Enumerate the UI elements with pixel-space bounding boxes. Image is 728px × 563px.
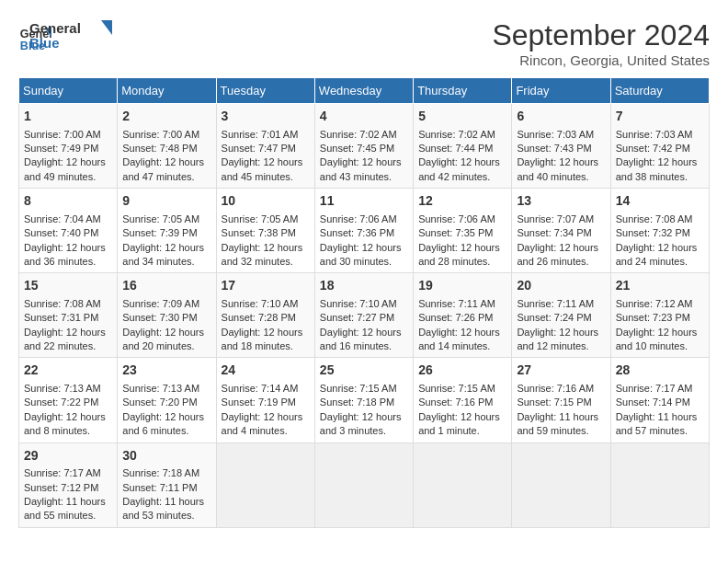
sunset-text: Sunset: 7:16 PM [418, 396, 493, 408]
sunrise-text: Sunrise: 7:08 AM [24, 298, 101, 309]
daylight-text-2: and 28 minutes. [418, 256, 490, 267]
sunset-text: Sunset: 7:27 PM [320, 312, 394, 323]
day-number: 2 [122, 108, 210, 126]
daylight-text: Daylight: 12 hours [24, 242, 106, 253]
daylight-text: Daylight: 12 hours [24, 327, 106, 338]
sunset-text: Sunset: 7:14 PM [616, 396, 690, 408]
sunrise-text: Sunrise: 7:18 AM [122, 467, 199, 478]
sunset-text: Sunset: 7:11 PM [122, 482, 197, 493]
header-monday: Monday [118, 78, 216, 104]
calendar-cell: 22Sunrise: 7:13 AMSunset: 7:22 PMDayligh… [19, 358, 118, 442]
calendar-cell: 8Sunrise: 7:04 AMSunset: 7:40 PMDaylight… [19, 189, 118, 273]
calendar-cell: 1Sunrise: 7:00 AMSunset: 7:49 PMDaylight… [19, 104, 118, 189]
page-header: General Blue General Blue September 2024… [18, 18, 710, 68]
day-number: 10 [222, 192, 310, 211]
daylight-text: Daylight: 12 hours [418, 327, 500, 338]
daylight-text-2: and 36 minutes. [24, 256, 96, 267]
sunset-text: Sunset: 7:35 PM [418, 227, 493, 238]
sunset-text: Sunset: 7:48 PM [122, 143, 197, 154]
sunset-text: Sunset: 7:49 PM [24, 143, 98, 154]
sunset-text: Sunset: 7:19 PM [222, 396, 296, 408]
calendar-cell: 17Sunrise: 7:10 AMSunset: 7:28 PMDayligh… [216, 273, 314, 358]
day-number: 25 [320, 362, 408, 380]
day-number: 30 [122, 447, 210, 465]
daylight-text-2: and 42 minutes. [418, 171, 490, 182]
sunset-text: Sunset: 7:43 PM [517, 143, 591, 154]
day-number: 4 [320, 108, 408, 126]
sunrise-text: Sunrise: 7:17 AM [24, 467, 101, 478]
calendar-cell: 25Sunrise: 7:15 AMSunset: 7:18 PMDayligh… [314, 358, 413, 442]
day-number: 18 [320, 277, 408, 295]
daylight-text-2: and 53 minutes. [122, 510, 194, 521]
sunrise-text: Sunrise: 7:03 AM [517, 129, 594, 140]
daylight-text-2: and 24 minutes. [616, 256, 688, 267]
sunrise-text: Sunrise: 7:12 AM [616, 298, 693, 309]
daylight-text-2: and 4 minutes. [222, 425, 288, 436]
day-number: 11 [320, 192, 408, 211]
day-number: 27 [517, 362, 605, 380]
daylight-text: Daylight: 12 hours [222, 327, 303, 338]
calendar-cell: 13Sunrise: 7:07 AMSunset: 7:34 PMDayligh… [512, 189, 610, 273]
calendar-week-row: 8Sunrise: 7:04 AMSunset: 7:40 PMDaylight… [19, 189, 710, 273]
sunset-text: Sunset: 7:38 PM [222, 227, 296, 238]
daylight-text-2: and 22 minutes. [24, 340, 96, 351]
daylight-text-2: and 32 minutes. [222, 256, 293, 267]
calendar-week-row: 15Sunrise: 7:08 AMSunset: 7:31 PMDayligh… [19, 273, 710, 358]
sunset-text: Sunset: 7:45 PM [320, 143, 394, 154]
sunrise-text: Sunrise: 7:04 AM [24, 213, 101, 224]
daylight-text: Daylight: 12 hours [320, 327, 402, 338]
sunset-text: Sunset: 7:15 PM [517, 396, 591, 408]
calendar-cell: 30Sunrise: 7:18 AMSunset: 7:11 PMDayligh… [118, 442, 216, 527]
calendar-cell [512, 442, 610, 527]
calendar-cell: 15Sunrise: 7:08 AMSunset: 7:31 PMDayligh… [19, 273, 118, 358]
sunrise-text: Sunrise: 7:01 AM [222, 129, 299, 140]
daylight-text-2: and 57 minutes. [616, 425, 688, 436]
calendar-cell: 20Sunrise: 7:11 AMSunset: 7:24 PMDayligh… [512, 273, 610, 358]
daylight-text-2: and 14 minutes. [418, 340, 490, 351]
logo: General Blue General Blue [18, 18, 112, 57]
daylight-text: Daylight: 12 hours [222, 156, 303, 167]
calendar-cell [610, 442, 709, 527]
day-number: 12 [418, 192, 506, 211]
daylight-text: Daylight: 12 hours [122, 411, 204, 422]
sunset-text: Sunset: 7:40 PM [24, 227, 98, 238]
day-number: 17 [222, 277, 310, 295]
daylight-text: Daylight: 12 hours [320, 156, 402, 167]
calendar-cell: 9Sunrise: 7:05 AMSunset: 7:39 PMDaylight… [118, 189, 216, 273]
header-sunday: Sunday [19, 78, 118, 104]
sunrise-text: Sunrise: 7:13 AM [122, 383, 199, 394]
calendar-cell: 5Sunrise: 7:02 AMSunset: 7:44 PMDaylight… [414, 104, 512, 189]
daylight-text: Daylight: 12 hours [320, 242, 402, 253]
sunrise-text: Sunrise: 7:17 AM [616, 383, 693, 394]
daylight-text-2: and 6 minutes. [122, 425, 188, 436]
sunrise-text: Sunrise: 7:11 AM [418, 298, 495, 309]
daylight-text-2: and 43 minutes. [320, 171, 392, 182]
daylight-text-2: and 34 minutes. [122, 256, 194, 267]
calendar-cell: 10Sunrise: 7:05 AMSunset: 7:38 PMDayligh… [216, 189, 314, 273]
calendar-cell [216, 442, 314, 527]
daylight-text: Daylight: 12 hours [418, 156, 500, 167]
daylight-text-2: and 16 minutes. [320, 340, 392, 351]
daylight-text: Daylight: 11 hours [24, 496, 106, 507]
day-number: 5 [418, 108, 506, 126]
sunrise-text: Sunrise: 7:00 AM [24, 129, 101, 140]
header-tuesday: Tuesday [216, 78, 314, 104]
daylight-text-2: and 26 minutes. [517, 256, 588, 267]
sunrise-text: Sunrise: 7:05 AM [222, 213, 299, 224]
daylight-text: Daylight: 12 hours [222, 411, 303, 422]
sunset-text: Sunset: 7:32 PM [616, 227, 690, 238]
calendar-cell: 11Sunrise: 7:06 AMSunset: 7:36 PMDayligh… [314, 189, 413, 273]
sunrise-text: Sunrise: 7:14 AM [222, 383, 299, 394]
calendar-week-row: 29Sunrise: 7:17 AMSunset: 7:12 PMDayligh… [19, 442, 710, 527]
calendar-week-row: 1Sunrise: 7:00 AMSunset: 7:49 PMDaylight… [19, 104, 710, 189]
day-number: 23 [122, 362, 210, 380]
day-number: 14 [616, 192, 704, 211]
day-number: 26 [418, 362, 506, 380]
calendar-cell [414, 442, 512, 527]
sunset-text: Sunset: 7:24 PM [517, 312, 591, 323]
daylight-text: Daylight: 12 hours [122, 156, 204, 167]
sunrise-text: Sunrise: 7:13 AM [24, 383, 101, 394]
sunset-text: Sunset: 7:28 PM [222, 312, 296, 323]
sunset-text: Sunset: 7:12 PM [24, 482, 98, 493]
calendar-cell: 12Sunrise: 7:06 AMSunset: 7:35 PMDayligh… [414, 189, 512, 273]
